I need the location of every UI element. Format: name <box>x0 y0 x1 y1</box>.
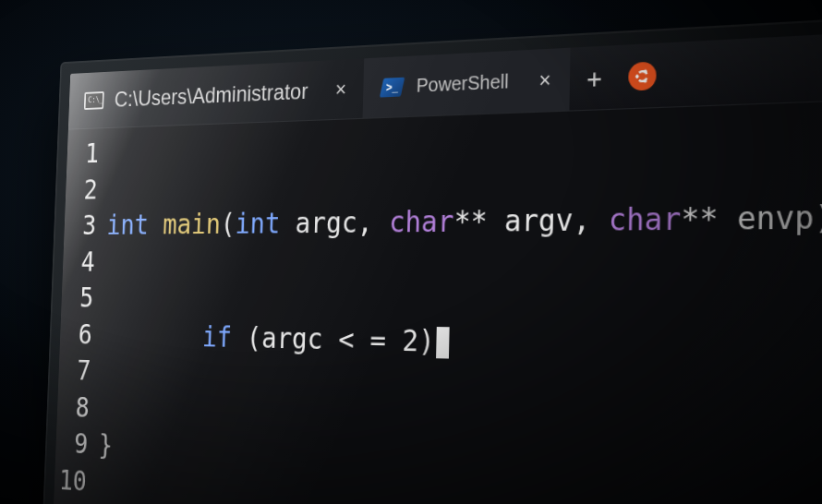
tab-powershell-close-icon[interactable]: × <box>538 69 551 91</box>
code-area[interactable]: int main(int argc, char** argv, char** e… <box>66 106 822 504</box>
line-number: 3 <box>64 208 97 244</box>
line-number: 5 <box>61 280 94 317</box>
code-line-2: if (argc < = 2) <box>102 317 822 374</box>
text-cursor <box>436 327 450 358</box>
tab-powershell[interactable]: >_ PowerShell × <box>363 48 571 118</box>
cmd-icon <box>84 90 104 111</box>
code-editor[interactable]: 1 2 3 4 5 6 7 8 9 10 int main(int argc, … <box>51 98 822 504</box>
line-number: 2 <box>66 172 99 209</box>
ubuntu-icon <box>628 61 657 90</box>
line-number: 9 <box>55 425 89 462</box>
ubuntu-button[interactable] <box>618 42 667 108</box>
line-number: 6 <box>60 316 93 353</box>
tab-powershell-label: PowerShell <box>417 70 509 97</box>
tab-cmd-label: C:\Users\Administrator <box>114 78 308 112</box>
new-tab-button[interactable]: + <box>570 45 620 111</box>
line-number: 7 <box>58 352 91 389</box>
line-number: 4 <box>63 244 96 280</box>
code-line-3: } <box>98 426 822 504</box>
powershell-icon: >_ <box>381 76 404 98</box>
line-number: 8 <box>56 389 90 426</box>
line-number: 10 <box>54 462 87 500</box>
monitor-scene: C:\Users\Administrator × >_ PowerShell ×… <box>51 29 822 504</box>
code-line-1: int main(int argc, char** argv, char** e… <box>106 195 822 244</box>
line-number: 1 <box>66 136 100 173</box>
screen: C:\Users\Administrator × >_ PowerShell ×… <box>51 29 822 504</box>
tab-cmd-close-icon[interactable]: × <box>335 78 347 100</box>
